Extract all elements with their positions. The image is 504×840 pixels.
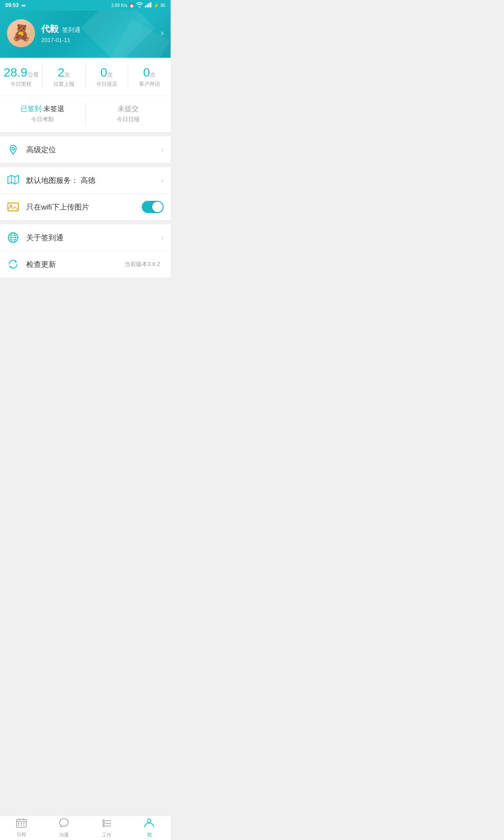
menu-section-1: 高级定位 › (0, 136, 171, 163)
refresh-icon (7, 258, 19, 270)
menu-chevron-map-service: › (161, 176, 164, 185)
stats-section: 28.9公里 今日里程 2次 位置上报 0次 今日巡店 0次 客户拜访 (0, 58, 171, 95)
header-chevron-icon[interactable]: › (161, 28, 164, 39)
attendance-daily[interactable]: 未提交 今日日报 (86, 102, 171, 125)
stat-location-unit: 次 (64, 71, 70, 78)
menu-item-update[interactable]: 检查更新 当前版本3.8.2 (0, 251, 171, 277)
status-pending: 未提交 (118, 105, 139, 112)
menu-label-update: 检查更新 (26, 259, 125, 270)
status-left: 09:53 ∞ (5, 2, 26, 9)
status-bar: 09:53 ∞ 3.89 K/s ⏰ (0, 0, 171, 10)
wifi-upload-toggle[interactable] (142, 201, 164, 213)
stat-visit: 0次 客户拜访 (128, 65, 171, 90)
daily-label: 今日日报 (86, 116, 171, 123)
menu-section-3: 关于签到通 › 检查更新 当前版本3.8.2 (0, 224, 171, 277)
user-date: 2017-01-11 (41, 37, 80, 43)
menu-item-advanced-location[interactable]: 高级定位 › (0, 136, 171, 163)
avatar (7, 19, 35, 47)
menu-item-map-service[interactable]: 默认地图服务： 高德 › (0, 167, 171, 194)
stat-visit-label: 客户拜访 (128, 80, 171, 88)
battery-level: 86 (161, 3, 165, 8)
menu-label-wifi-upload: 只在wifi下上传图片 (26, 202, 142, 212)
menu-item-about[interactable]: 关于签到通 › (0, 224, 171, 251)
charging-icon: ⚡ (154, 3, 159, 8)
svg-rect-3 (150, 2, 151, 7)
menu-label-advanced-location: 高级定位 (26, 145, 161, 155)
menu-item-wifi-upload[interactable]: 只在wifi下上传图片 (0, 194, 171, 220)
menu-label-about: 关于签到通 (26, 233, 161, 243)
menu-section-2: 默认地图服务： 高德 › 只在wifi下上传图片 (0, 167, 171, 220)
version-text: 当前版本3.8.2 (125, 260, 160, 268)
infinity-icon: ∞ (21, 2, 26, 9)
globe-icon (7, 231, 19, 244)
toggle-knob (152, 202, 163, 212)
stat-distance-value: 28.9公里 (0, 66, 42, 79)
profile-header[interactable]: 代毅 签到通 2017-01-11 › (0, 10, 171, 58)
header-info-group: 代毅 签到通 2017-01-11 (7, 19, 80, 47)
clock-icon: ⏰ (129, 3, 134, 8)
attendance-checkin[interactable]: 已签到 未签退 今日考勤 (0, 102, 86, 125)
stat-location: 2次 位置上报 (43, 65, 86, 90)
user-name-row: 代毅 签到通 (41, 23, 80, 35)
stat-patrol-value: 0次 (86, 66, 128, 79)
svg-rect-7 (8, 203, 18, 211)
status-unsigned: 未签退 (43, 105, 64, 112)
svg-rect-1 (147, 4, 148, 7)
location-icon (7, 144, 19, 156)
checkin-label: 今日考勤 (0, 116, 85, 123)
svg-rect-2 (148, 3, 150, 7)
app-name: 签到通 (62, 26, 80, 34)
stat-patrol-label: 今日巡店 (86, 80, 128, 88)
svg-rect-0 (145, 6, 146, 7)
menu-chevron-about: › (161, 233, 164, 242)
stat-location-value: 2次 (43, 66, 85, 79)
signal-icon (145, 2, 152, 8)
user-name: 代毅 (41, 23, 59, 35)
menu-label-map-service: 默认地图服务： 高德 (26, 175, 161, 186)
stat-visit-value: 0次 (128, 66, 171, 79)
stat-patrol-unit: 次 (107, 71, 113, 78)
divider-2 (0, 163, 171, 167)
stat-visit-unit: 次 (150, 71, 156, 78)
divider-1 (0, 132, 171, 136)
stat-distance-unit: 公里 (28, 71, 39, 78)
menu-chevron-advanced-location: › (161, 145, 164, 154)
divider-3 (0, 220, 171, 224)
stat-patrol: 0次 今日巡店 (86, 65, 129, 90)
status-right: 3.89 K/s ⏰ ⚡ (111, 2, 165, 8)
map-icon (7, 174, 19, 186)
user-info: 代毅 签到通 2017-01-11 (41, 23, 80, 43)
stat-location-label: 位置上报 (43, 80, 85, 88)
status-signed: 已签到 (21, 105, 42, 112)
attendance-section: 已签到 未签退 今日考勤 未提交 今日日报 (0, 95, 171, 132)
stat-distance: 28.9公里 今日里程 (0, 65, 43, 90)
wifi-icon (136, 2, 143, 8)
stat-distance-label: 今日里程 (0, 80, 42, 88)
daily-status: 未提交 (86, 104, 171, 114)
checkin-status: 已签到 未签退 (0, 104, 85, 114)
svg-point-4 (12, 147, 14, 150)
network-speed: 3.89 K/s (111, 3, 127, 8)
image-icon (7, 201, 19, 213)
status-time: 09:53 (5, 2, 19, 8)
